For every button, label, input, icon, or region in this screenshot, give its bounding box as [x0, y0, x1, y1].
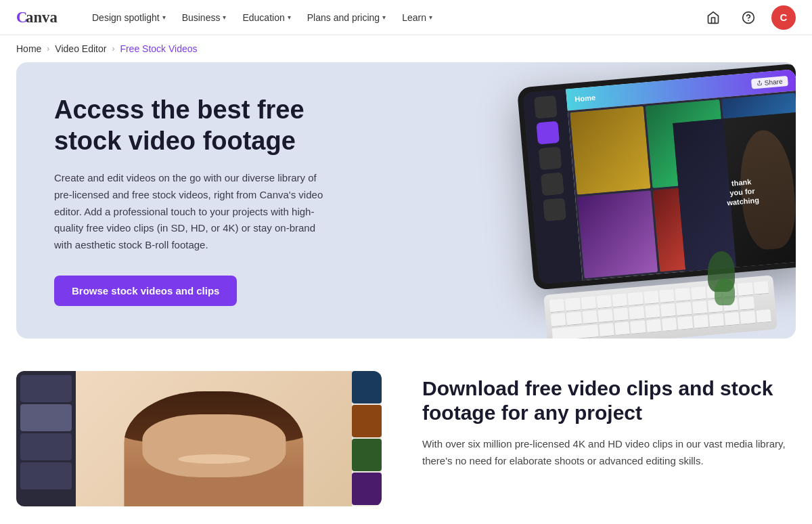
second-section: Download free video clips and stock foot… — [0, 371, 812, 524]
tablet-home-label: Home — [574, 93, 595, 104]
strip-item — [352, 405, 382, 437]
sidebar-icon — [541, 172, 564, 196]
hero-title: Access the best free stock video footage — [54, 95, 330, 156]
preview-text: thankyou forwatching — [717, 169, 767, 215]
sidebar-icon — [539, 147, 562, 171]
second-section-title: Download free video clips and stock foot… — [422, 376, 796, 425]
chevron-down-icon: ▾ — [429, 14, 432, 21]
video-thumb — [570, 106, 651, 195]
breadcrumb-current: Free Stock Videos — [120, 43, 197, 54]
second-section-text: Download free video clips and stock foot… — [422, 371, 796, 470]
strip-item — [352, 371, 382, 403]
nav-learn[interactable]: Learn ▾ — [395, 8, 439, 27]
breadcrumb-home[interactable]: Home — [16, 43, 41, 54]
breadcrumb: Home › Video Editor › Free Stock Videos — [0, 35, 812, 62]
user-avatar[interactable]: C — [771, 5, 796, 30]
chevron-down-icon: ▾ — [288, 14, 291, 21]
tablet-share-button: Share — [751, 75, 788, 89]
plant-decoration — [708, 251, 735, 305]
second-sidebar-mock — [16, 371, 76, 506]
tablet-preview: thankyou forwatching — [673, 112, 796, 271]
chevron-down-icon: ▾ — [223, 14, 226, 21]
video-thumb — [577, 190, 658, 279]
browse-videos-button[interactable]: Browse stock videos and clips — [54, 276, 237, 306]
nav-right: C — [701, 5, 796, 30]
chevron-down-icon: ▾ — [162, 14, 166, 21]
main-nav: C anva Design spotlight ▾ Business ▾ Edu… — [0, 0, 812, 35]
hero-content: Access the best free stock video footage… — [16, 62, 368, 339]
strip-item — [352, 473, 382, 505]
sidebar-icon — [543, 198, 566, 221]
hero-description: Create and edit videos on the go with ou… — [54, 170, 330, 254]
nav-design-spotlight[interactable]: Design spotlight ▾ — [85, 8, 173, 27]
help-icon-button[interactable] — [736, 5, 761, 30]
nav-plans-pricing[interactable]: Plans and pricing ▾ — [300, 8, 392, 27]
nav-education[interactable]: Education ▾ — [235, 8, 297, 27]
second-right-strip — [352, 371, 382, 506]
second-section-description: With over six million pre-licensed 4K an… — [422, 436, 796, 470]
hero-section: Access the best free stock video footage… — [16, 62, 796, 339]
breadcrumb-separator: › — [112, 44, 114, 53]
canva-logo[interactable]: C anva — [16, 8, 64, 27]
second-section-image — [16, 371, 382, 506]
woman-photo — [76, 371, 352, 506]
strip-item — [352, 439, 382, 471]
sidebar-item — [20, 375, 72, 402]
nav-business[interactable]: Business ▾ — [175, 8, 233, 27]
tablet-main: Home Share — [566, 69, 796, 281]
home-icon-button[interactable] — [701, 5, 725, 30]
breadcrumb-separator: › — [47, 44, 49, 53]
svg-text:anva: anva — [26, 9, 58, 26]
tablet-mockup: Home Share — [525, 75, 796, 292]
breadcrumb-video-editor[interactable]: Video Editor — [55, 43, 106, 54]
sidebar-icon-active — [536, 121, 560, 145]
hero-image-area: Home Share — [368, 68, 796, 332]
nav-items: Design spotlight ▾ Business ▾ Education … — [85, 8, 701, 27]
sidebar-item — [20, 433, 72, 460]
chevron-down-icon: ▾ — [382, 14, 386, 21]
sidebar-icon — [534, 95, 558, 119]
sidebar-item — [20, 462, 72, 489]
sidebar-item-active — [20, 404, 72, 431]
